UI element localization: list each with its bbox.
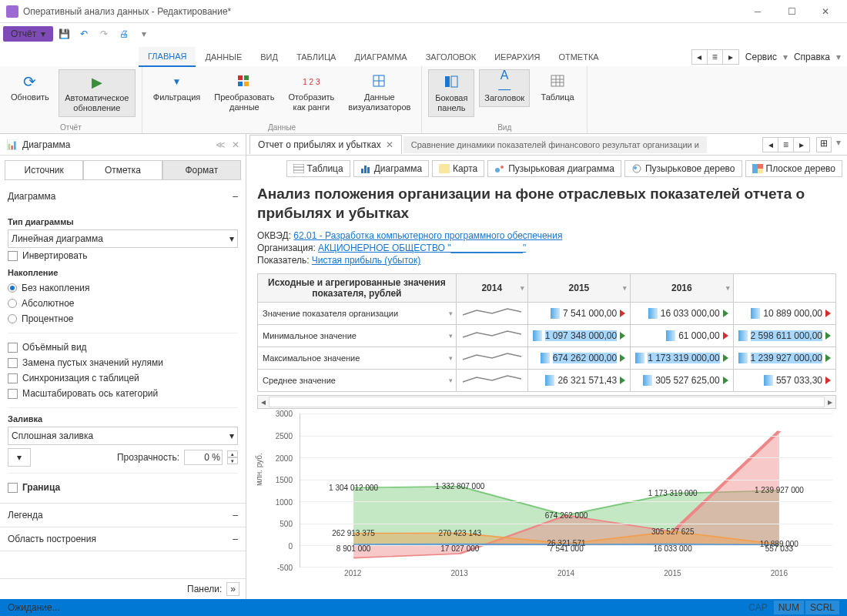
panel-collapse-icon[interactable]: ≪	[216, 139, 226, 150]
minimize-button[interactable]: ─	[742, 2, 773, 21]
fill-select[interactable]: Сплошная заливка▾	[8, 427, 238, 445]
scroll-left-icon[interactable]: ◂	[258, 396, 269, 408]
filter-icon[interactable]: ▾	[623, 284, 627, 292]
viz-table-button[interactable]: Таблица	[286, 160, 350, 177]
redo-icon[interactable]: ↷	[95, 25, 113, 43]
tab-data[interactable]: ДАННЫЕ	[196, 48, 251, 66]
close-button[interactable]: ✕	[810, 2, 841, 21]
tab-chart[interactable]: ДИАГРАММА	[345, 48, 416, 66]
filter-icon[interactable]: ▾	[449, 332, 453, 340]
tab-source[interactable]: Источник	[5, 160, 83, 180]
filter-button[interactable]: ▼ Фильтрация	[149, 69, 205, 105]
transparency-spinner[interactable]: ▴▾	[227, 450, 238, 464]
filter-icon[interactable]: ▾	[449, 310, 453, 317]
viz-chart-button[interactable]: Диаграмма	[353, 160, 429, 177]
ranks-button[interactable]: 1 2 3 Отобразить как ранги	[283, 69, 339, 116]
tab-home[interactable]: ГЛАВНАЯ	[139, 47, 196, 67]
panels-strip: Панели: »	[0, 578, 246, 599]
refresh-button[interactable]: ⟳ Обновить	[6, 69, 54, 105]
section-diagram[interactable]: Диаграмма–	[0, 185, 246, 208]
volume-checkbox[interactable]: Объёмный вид	[8, 340, 238, 355]
section-legend[interactable]: Легенда–	[0, 504, 246, 527]
visualizer-data-button[interactable]: Данные визуализаторов	[343, 69, 415, 116]
radio-accum-abs[interactable]: Абсолютное	[8, 296, 238, 311]
close-icon[interactable]: ✕	[386, 139, 393, 150]
transform-button[interactable]: Преобразовать данные	[209, 69, 279, 116]
trend-up-icon	[825, 332, 831, 340]
header-button[interactable]: A— Заголовок	[479, 69, 530, 107]
scroll-right-icon[interactable]: ▸	[825, 396, 835, 408]
transparency-input[interactable]	[184, 450, 223, 465]
invert-checkbox[interactable]: Инвертировать	[8, 248, 238, 263]
replace-empty-checkbox[interactable]: Замена пустых значений нулями	[8, 355, 238, 370]
report-menu-button[interactable]: Отчёт▾	[3, 26, 53, 42]
value-cell: 557 033,30	[733, 370, 835, 392]
help-menu[interactable]: Справка	[794, 52, 830, 62]
bar-indicator-icon	[738, 330, 748, 341]
viz-flat-tree-button[interactable]: Плоское дерево	[745, 160, 842, 177]
viz-map-button[interactable]: Карта	[432, 160, 484, 177]
col-header-year[interactable]: 2015▾	[527, 274, 630, 303]
panels-expand-icon[interactable]: »	[226, 582, 239, 596]
chart: млн. руб. -500050010001500200025003000 1…	[257, 413, 836, 583]
filter-icon[interactable]: ▾	[726, 284, 730, 292]
border-checkbox[interactable]: Граница	[8, 480, 238, 495]
ribbon-tabs: ГЛАВНАЯ ДАННЫЕ ВИД ТАБЛИЦА ДИАГРАММА ЗАГ…	[0, 46, 847, 68]
table-icon	[548, 72, 567, 91]
sync-checkbox[interactable]: Синхронизация с таблицей	[8, 370, 238, 386]
radio-accum-pct[interactable]: Процентное	[8, 311, 238, 326]
value-cell: 305 527 625,00	[631, 370, 733, 392]
save-icon[interactable]: 💾	[55, 25, 73, 43]
tab-table[interactable]: ТАБЛИЦА	[287, 48, 346, 66]
doc-tab-active[interactable]: Отчет о прибылях и убытках✕	[249, 135, 402, 154]
chart-icon: 📊	[6, 139, 18, 150]
tab-selection[interactable]: Отметка	[83, 160, 162, 180]
chart-data-label: 557 033	[765, 544, 793, 553]
table-button[interactable]: Таблица	[534, 69, 581, 105]
service-menu[interactable]: Сервис	[745, 52, 777, 62]
svg-rect-19	[367, 167, 370, 173]
color-picker[interactable]: ▾	[8, 448, 31, 467]
maximize-button[interactable]: ☐	[776, 2, 807, 21]
scale-cat-checkbox[interactable]: Масштабировать ось категорий	[8, 386, 238, 401]
doc-tab-nav[interactable]: ◂≡▸	[762, 137, 810, 152]
meta-okved: ОКВЭД: 62.01 - Разработка компьютерного …	[257, 230, 836, 241]
ribbon-nav[interactable]: ◂≡▸	[691, 49, 739, 65]
undo-icon[interactable]: ↶	[75, 25, 93, 43]
tab-selection[interactable]: ОТМЕТКА	[549, 48, 608, 66]
filter-icon[interactable]: ▾	[521, 284, 524, 292]
filter-icon[interactable]: ▾	[449, 377, 453, 384]
meta-indicator: Показатель: Чистая прибыль (убыток)	[257, 255, 836, 266]
tab-format[interactable]: Формат	[162, 160, 241, 180]
okved-link[interactable]: 62.01 - Разработка компьютерного програм…	[293, 230, 562, 241]
horizontal-scrollbar[interactable]: ◂ ▸	[257, 395, 836, 409]
org-link[interactable]: АКЦИОНЕРНОЕ ОБЩЕСТВО "______________"	[318, 243, 526, 253]
scroll-thumb[interactable]	[269, 397, 825, 407]
tab-header[interactable]: ЗАГОЛОВОК	[417, 48, 485, 66]
viz-bubble-button[interactable]: Пузырьковая диаграмма	[487, 160, 621, 177]
col-header-year[interactable]: 2014▾	[456, 274, 527, 303]
chart-data-label: 7 541 000	[549, 544, 584, 553]
col-header-year[interactable]: 2016▾	[631, 274, 733, 303]
tab-view[interactable]: ВИД	[251, 48, 287, 66]
panel-close-icon[interactable]: ✕	[232, 139, 239, 150]
chart-type-select[interactable]: Линейная диаграмма▾	[8, 229, 238, 248]
layout-icon[interactable]: ⊞	[816, 137, 832, 152]
section-plot-area[interactable]: Область построения–	[0, 527, 246, 551]
print-icon[interactable]: 🖨	[115, 25, 133, 43]
y-tick-label: 1500	[276, 476, 293, 484]
doc-tab-second[interactable]: Сравнение динамики показателей финансово…	[403, 136, 707, 153]
tab-hierarchy[interactable]: ИЕРАРХИЯ	[485, 48, 549, 66]
y-tick-label: 0	[288, 541, 293, 550]
qat-dropdown-icon[interactable]: ▾	[135, 25, 153, 43]
viz-bubble-tree-button[interactable]: Пузырьковое дерево	[624, 160, 742, 177]
bar-indicator-icon	[751, 308, 760, 319]
radio-accum-none[interactable]: Без накопления	[8, 280, 238, 296]
indicator-link[interactable]: Чистая прибыль (убыток)	[312, 255, 420, 266]
svg-rect-7	[445, 76, 450, 87]
layout-dropdown-icon[interactable]: ▾	[833, 137, 844, 152]
filter-icon[interactable]: ▾	[449, 354, 453, 362]
auto-refresh-button[interactable]: ▶ Автоматическое обновление	[59, 69, 136, 117]
sidepanel-button[interactable]: Боковая панель	[428, 69, 474, 117]
col-header-main[interactable]: Исходные и агрегированные значения показ…	[258, 274, 457, 303]
